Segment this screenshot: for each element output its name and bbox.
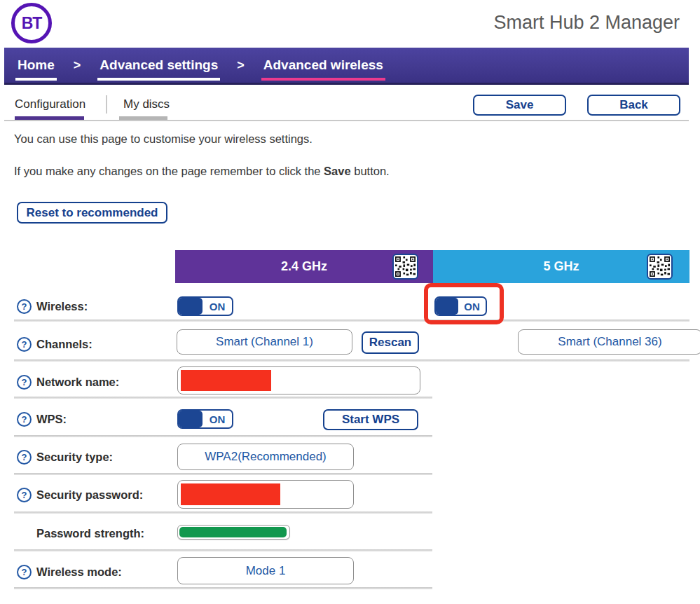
save-button[interactable]: Save [473,95,566,116]
channels-row-label: Channels: [36,338,92,351]
password-strength-fill [179,527,287,537]
intro-line-1: You can use this page to customise your … [14,132,313,146]
row-separator [14,549,432,551]
security-password-redaction [181,483,280,505]
row-separator [14,473,432,475]
help-icon[interactable]: ? [17,488,32,502]
wireless-row-label: Wireless: [36,300,88,313]
row-separator [14,512,432,514]
toggle-state-label: ON [203,298,232,315]
row-separator [14,397,432,399]
help-icon[interactable]: ? [17,299,32,314]
row-separator [14,359,689,362]
network-name-redaction [181,370,271,391]
toggle-knob [436,298,458,315]
rescan-button[interactable]: Rescan [362,331,419,354]
bt-logo-icon: BT [11,3,52,43]
row-separator [14,435,432,437]
wps-row-label: WPS: [36,413,67,426]
password-strength-meter [177,525,290,540]
intro-line-2: If you make any changes on the page reme… [14,165,390,178]
wireless-mode-select[interactable]: Mode 1 [177,557,354,584]
start-wps-button[interactable]: Start WPS [323,409,418,430]
security-password-row-label: Security password: [36,488,143,502]
row-separator [14,587,432,589]
chevron-right-icon: > [237,58,245,73]
wps-toggle[interactable]: ON [177,409,233,429]
band-header-2-4ghz: 2.4 GHz [175,250,433,283]
band-5ghz-label: 5 GHz [543,259,579,274]
toggle-state-label: ON [458,298,486,315]
channels-24-select[interactable]: Smart (Channel 1) [177,329,352,355]
channels-5-select[interactable]: Smart (Channel 36) [518,329,700,355]
security-type-row-label: Security type: [36,451,113,464]
intro-line-2-suffix: button. [351,165,390,177]
network-name-row-label: Network name: [36,376,119,389]
toggle-knob [179,411,203,427]
breadcrumb: Home > Advanced settings > Advanced wire… [4,48,689,85]
help-icon[interactable]: ? [17,450,32,465]
tab-configuration[interactable]: Configuration [15,97,85,111]
wireless-24-toggle[interactable]: ON [177,296,233,316]
page-title: Smart Hub 2 Manager [493,12,680,34]
band-header-5ghz: 5 GHz [433,250,689,283]
breadcrumb-home[interactable]: Home [15,48,57,83]
bt-logo-text: BT [22,14,42,33]
tabbar-separator [4,120,689,121]
band-2-4ghz-label: 2.4 GHz [281,259,327,274]
wireless-mode-row-label: Wireless mode: [36,565,122,579]
toggle-state-label: ON [203,411,232,427]
wireless-5-toggle[interactable]: ON [434,296,487,316]
intro-line-2-prefix: If you make any changes on the page reme… [14,165,324,177]
help-icon[interactable]: ? [17,337,32,352]
security-type-select[interactable]: WPA2(Recommended) [177,444,354,470]
help-icon[interactable]: ? [17,565,32,579]
help-icon[interactable]: ? [17,375,32,390]
reset-to-recommended-button[interactable]: Reset to recommended [17,202,167,224]
smart-hub-manager-page: BT Smart Hub 2 Manager Home > Advanced s… [0,0,700,604]
qr-code-icon[interactable] [392,254,418,280]
tab-my-discs[interactable]: My discs [123,97,170,111]
breadcrumb-advanced-wireless[interactable]: Advanced wireless [261,48,385,83]
qr-code-icon[interactable] [647,254,673,280]
row-separator [14,320,689,322]
breadcrumb-advanced-settings[interactable]: Advanced settings [97,48,220,83]
intro-line-2-bold: Save [324,165,351,177]
chevron-right-icon: > [74,58,81,73]
password-strength-row-label: Password strength: [36,527,144,540]
toggle-knob [179,298,203,315]
tab-divider [106,95,107,114]
back-button[interactable]: Back [587,95,680,116]
help-icon[interactable]: ? [17,412,32,427]
